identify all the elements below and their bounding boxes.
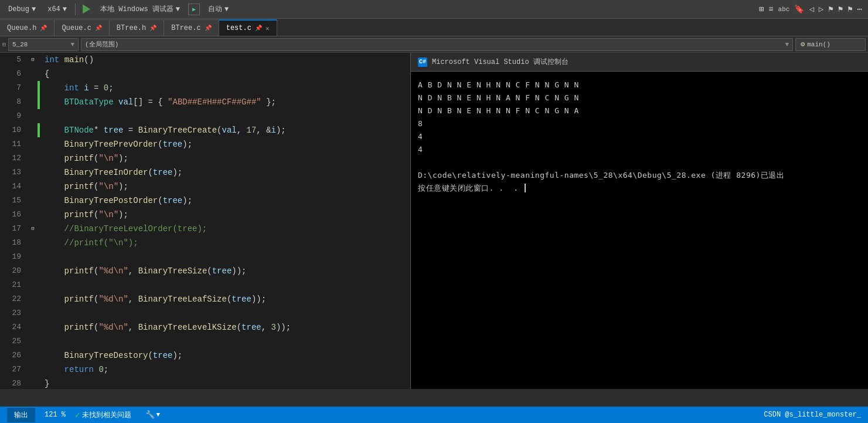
pin-icon: 📌 xyxy=(205,25,212,32)
scope-dropdown[interactable]: ▼ xyxy=(785,41,789,48)
line-content-21 xyxy=(40,278,410,292)
func-text: main() xyxy=(807,41,830,48)
tab-label: Queue.c xyxy=(62,24,91,32)
run-label-item[interactable]: 本地 Windows 调试器 ▼ xyxy=(97,3,183,15)
console-output[interactable]: A B D N N E N H N N C F N N G N N N D N … xyxy=(411,72,868,389)
line-num-21: 21 xyxy=(0,278,28,292)
line-num-25: 25 xyxy=(0,334,28,348)
auto-dropdown-icon[interactable]: ▼ xyxy=(224,5,229,13)
vs-icon: C# xyxy=(418,57,427,67)
line-num-6: 6 xyxy=(0,67,28,81)
line-num-17: 17 xyxy=(0,222,28,236)
output-tab[interactable]: 输出 xyxy=(7,408,35,422)
line-content-15: BinaryTreePostOrder(tree); xyxy=(40,194,410,208)
collapse-5[interactable]: ⊟ xyxy=(28,53,38,67)
flag2-icon[interactable]: ⚑ xyxy=(837,3,844,15)
line-content-26: BinaryTreeDestory(tree); xyxy=(40,348,410,363)
run-outline-icon: ▶ xyxy=(192,6,196,13)
line-content-5: int main() xyxy=(40,53,410,67)
code-lines: 5 ⊟ int main() 6 { 7 int i = 0; xyxy=(0,53,410,389)
line-num-11: 11 xyxy=(0,137,28,151)
code-line-18: 18 //printf("\n"); xyxy=(0,236,410,250)
output-line-6: 4 xyxy=(418,143,861,156)
tab-label: BTree.h xyxy=(117,24,146,32)
code-line-16: 16 printf("\n"); xyxy=(0,208,410,222)
zoom-status: 121 % xyxy=(45,411,66,419)
line-num-7: 7 xyxy=(0,81,28,95)
table-icon[interactable]: ≡ xyxy=(767,4,774,15)
line-content-13: BinaryTreeInOrder(tree); xyxy=(40,165,410,180)
grid-icon[interactable]: ⊞ xyxy=(758,3,765,15)
line-num-13: 13 xyxy=(0,165,28,180)
wrench-area[interactable]: 🔧 ▼ xyxy=(145,410,160,419)
line-content-7: int i = 0; xyxy=(40,81,410,95)
flag3-icon[interactable]: ⚑ xyxy=(846,3,853,15)
line-content-8: BTDataType val[] = { "ABD##E#H##CF##G##"… xyxy=(40,95,410,109)
tab-queue-h[interactable]: Queue.h 📌 xyxy=(0,19,55,36)
output-line-7 xyxy=(418,156,861,169)
code-line-17: 17 ⊟ //BinaryTreeLevelOrder(tree); xyxy=(0,222,410,236)
arch-selector[interactable]: x64 ▼ xyxy=(44,4,70,15)
tab-label: test.c xyxy=(226,24,251,32)
pin-icon: 📌 xyxy=(95,25,102,32)
debug-config-selector[interactable]: Debug ▼ xyxy=(5,4,39,15)
func-box[interactable]: ⚙ main() xyxy=(795,38,866,51)
auto-selector[interactable]: 自动 ▼ xyxy=(205,3,232,15)
line-content-12: printf("\n"); xyxy=(40,151,410,165)
tab-btree-c[interactable]: BTree.c 📌 xyxy=(164,19,219,36)
debug-dropdown-icon[interactable]: ▼ xyxy=(32,5,36,13)
line-num-14: 14 xyxy=(0,180,28,194)
code-line-10: 10 BTNode* tree = BinaryTreeCreate(val, … xyxy=(0,123,410,137)
output-line-3: N D N B N E N H N N F N C N G N A xyxy=(418,104,861,117)
code-line-9: 9 xyxy=(0,109,410,123)
line-content-22: printf("%d\n", BinaryTreeLeafSize(tree))… xyxy=(40,292,410,306)
flag-icon[interactable]: ⚑ xyxy=(827,3,834,15)
tab-test-c[interactable]: test.c 📌 ✕ xyxy=(219,19,277,36)
location-text: 5_28 xyxy=(12,41,28,48)
line-num-9: 9 xyxy=(0,109,28,123)
nav-right-icon[interactable]: ▷ xyxy=(818,3,825,15)
run-dropdown-icon[interactable]: ▼ xyxy=(176,5,180,13)
nav-left-icon[interactable]: ◁ xyxy=(808,3,815,15)
toolbar: Debug ▼ x64 ▼ 本地 Windows 调试器 ▼ ▶ 自动 ▼ ⊞ … xyxy=(0,0,868,19)
run-button[interactable] xyxy=(80,4,92,15)
arch-dropdown-icon[interactable]: ▼ xyxy=(63,5,67,13)
line-content-11: BinaryTreePrevOrder(tree); xyxy=(40,137,410,151)
line-num-10: 10 xyxy=(0,123,28,137)
line-num-22: 22 xyxy=(0,292,28,306)
code-line-12: 12 printf("\n"); xyxy=(0,151,410,165)
collapse-17[interactable]: ⊟ xyxy=(28,222,38,236)
code-editor[interactable]: 5 ⊟ int main() 6 { 7 int i = 0; xyxy=(0,53,410,389)
line-num-19: 19 xyxy=(0,250,28,264)
tabbar: Queue.h 📌 Queue.c 📌 BTree.h 📌 BTree.c 📌 … xyxy=(0,19,868,36)
tab-close-button[interactable]: ✕ xyxy=(265,25,270,32)
line-content-27: return 0; xyxy=(40,363,410,377)
scope-box[interactable]: (全局范围) ▼ xyxy=(81,38,793,51)
bookmark-icon[interactable]: 🔖 xyxy=(793,3,805,15)
output-label: 输出 xyxy=(14,411,28,419)
line-content-18: //printf("\n"); xyxy=(40,236,410,250)
location-box[interactable]: 5_28 ▼ xyxy=(8,38,79,51)
wrench-dropdown[interactable]: ▼ xyxy=(156,411,160,418)
location-dropdown[interactable]: ▼ xyxy=(70,41,74,48)
location-icon: ⊞ xyxy=(2,41,6,48)
abc-icon[interactable]: abc xyxy=(777,5,791,14)
run-outline-button[interactable]: ▶ xyxy=(188,4,200,15)
line-num-27: 27 xyxy=(0,363,28,377)
output-line-2: N D N B N E N H N A N F N C N G N xyxy=(418,92,861,104)
line-content-17: //BinaryTreeLevelOrder(tree); xyxy=(40,222,410,236)
check-icon: ✓ xyxy=(75,410,80,420)
line-num-15: 15 xyxy=(0,194,28,208)
wrench-icon: 🔧 xyxy=(145,410,155,419)
func-icon: ⚙ xyxy=(801,40,805,49)
scope-text: (全局范围) xyxy=(85,40,118,49)
tab-queue-c[interactable]: Queue.c 📌 xyxy=(55,19,109,36)
more-icon[interactable]: ⋯ xyxy=(856,3,863,15)
line-num-20: 20 xyxy=(0,264,28,278)
code-line-6: 6 { xyxy=(0,67,410,81)
tab-btree-h[interactable]: BTree.h 📌 xyxy=(110,19,164,36)
code-line-11: 11 BinaryTreePrevOrder(tree); xyxy=(0,137,410,151)
statusbar: 输出 121 % ✓ 未找到相关问题 🔧 ▼ CSDN @s_little_mo… xyxy=(0,407,868,423)
output-line-8: D:\code\relatively-meaningful-names\5_28… xyxy=(418,169,861,182)
line-content-10: BTNode* tree = BinaryTreeCreate(val, 17,… xyxy=(40,123,410,137)
